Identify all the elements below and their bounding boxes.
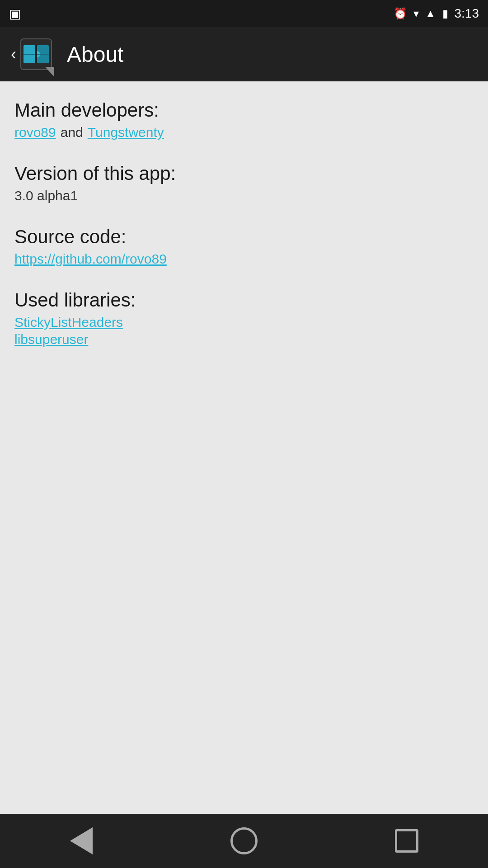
libsuperuser-link[interactable]: libsuperuser [14, 332, 474, 347]
alarm-icon: ⏰ [394, 7, 407, 20]
main-content: Main developers: rovo89 and Tungstwenty … [0, 81, 488, 814]
rovo89-link[interactable]: rovo89 [14, 125, 56, 140]
status-bar: ▣ ⏰ ▾ ▲ ▮ 3:13 [0, 0, 488, 27]
developers-line: rovo89 and Tungstwenty [14, 125, 474, 140]
nav-recents-icon [395, 829, 418, 853]
status-bar-left: ▣ [9, 6, 386, 21]
nav-home-button[interactable] [221, 823, 267, 859]
version-heading: Version of this app: [14, 163, 474, 184]
and-text: and [61, 125, 83, 140]
version-value: 3.0 alpha1 [14, 188, 474, 203]
tungstwenty-link[interactable]: Tungstwenty [88, 125, 164, 140]
nav-recents-button[interactable] [384, 823, 429, 859]
nav-back-button[interactable] [59, 823, 104, 859]
back-arrow-icon: ‹ [11, 45, 16, 64]
developers-heading: Main developers: [14, 99, 474, 121]
nav-home-icon [230, 827, 258, 854]
dropdown-arrow-icon [45, 67, 54, 77]
page-title: About [67, 42, 123, 67]
nav-back-icon [70, 827, 93, 854]
status-icons: ⏰ ▾ ▲ ▮ 3:13 [394, 6, 479, 21]
back-button[interactable]: ‹ [11, 36, 54, 72]
svg-rect-4 [35, 45, 37, 63]
signal-icon: ▲ [425, 7, 436, 20]
sourcecode-section: Source code: https://github.com/rovo89 [14, 226, 474, 267]
nav-bar [0, 814, 488, 868]
libraries-heading: Used libraries: [14, 289, 474, 311]
version-section: Version of this app: 3.0 alpha1 [14, 163, 474, 203]
github-link[interactable]: https://github.com/rovo89 [14, 251, 167, 266]
developers-section: Main developers: rovo89 and Tungstwenty [14, 99, 474, 140]
app-icon [18, 36, 54, 72]
battery-icon: ▮ [442, 7, 448, 20]
wifi-icon: ▾ [413, 7, 419, 20]
status-time: 3:13 [455, 6, 479, 21]
puzzle-icon [19, 37, 53, 71]
gallery-icon: ▣ [9, 6, 21, 21]
libraries-section: Used libraries: StickyListHeaders libsup… [14, 289, 474, 347]
sourcecode-heading: Source code: [14, 226, 474, 248]
stickylistheaders-link[interactable]: StickyListHeaders [14, 315, 474, 330]
app-bar: ‹ About [0, 27, 488, 81]
libraries-list: StickyListHeaders libsuperuser [14, 315, 474, 347]
